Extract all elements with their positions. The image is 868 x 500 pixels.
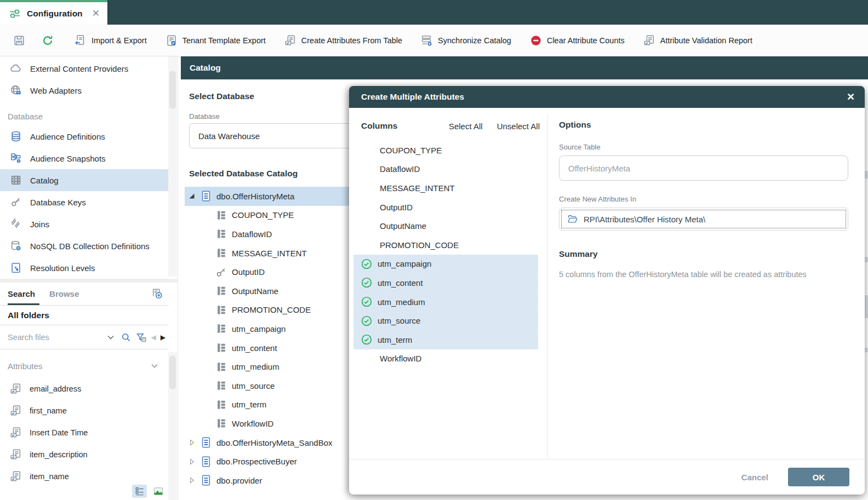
tree-node-table[interactable]: dbo.ProspectiveBuyer: [185, 452, 366, 471]
list-view-toggle[interactable]: [132, 485, 147, 498]
tree-column-row[interactable]: utm_content: [185, 338, 366, 358]
sidebar-item-joins[interactable]: Joins: [0, 213, 169, 235]
tenant-template-export-icon: [165, 35, 178, 47]
folder-open-icon: [567, 214, 578, 225]
sidebar-scrollbar-thumb[interactable]: [169, 355, 176, 389]
sidebar-item-external-content-providers[interactable]: External Content Providers: [0, 58, 169, 79]
column-option-selected[interactable]: utm_source: [353, 311, 538, 330]
attribute-icon: [10, 427, 22, 439]
tree-collapsed-icon[interactable]: [188, 458, 196, 465]
chevron-down-icon[interactable]: [105, 332, 116, 343]
column-option[interactable]: OutputID: [349, 198, 547, 217]
attribute-item-first-name[interactable]: first_name: [0, 400, 169, 422]
tree-node-table[interactable]: dbo.OfferHistoryMeta_SandBox: [185, 433, 366, 452]
tree-column-label: DataflowID: [232, 229, 272, 239]
sidebar-scrollbar-track-top[interactable]: [168, 56, 177, 277]
create-attributes-from-table-button[interactable]: Create Attributes From Table: [284, 35, 402, 47]
column-option[interactable]: OutputName: [349, 216, 547, 235]
column-option[interactable]: DataflowID: [349, 160, 547, 179]
attribute-icon: [10, 470, 22, 482]
column-option-selected[interactable]: utm_content: [353, 273, 538, 292]
sidebar: External Content Providers Web Adapters …: [0, 56, 178, 500]
save-button[interactable]: [13, 35, 25, 47]
attribute-validation-report-button[interactable]: Attribute Validation Report: [643, 35, 752, 47]
sidebar-item-audience-snapshots[interactable]: Audience Snapshots: [0, 147, 169, 169]
column-option-selected[interactable]: utm_term: [353, 330, 538, 349]
sidebar-item-label: External Content Providers: [30, 64, 128, 73]
filter-icon[interactable]: [136, 332, 147, 343]
sidebar-item-database-keys[interactable]: Database Keys: [0, 191, 169, 213]
cancel-button[interactable]: Cancel: [741, 473, 768, 482]
tree-column-row[interactable]: OutputName: [185, 281, 366, 301]
column-option-label: utm_source: [378, 316, 420, 325]
options-heading: Options: [559, 120, 848, 130]
tab-browse[interactable]: Browse: [49, 289, 79, 298]
tab-configuration[interactable]: Configuration ✕: [0, 0, 107, 25]
unselect-all-link[interactable]: Unselect All: [497, 122, 540, 131]
tree-column-label: WorkflowID: [232, 419, 273, 428]
select-all-link[interactable]: Select All: [449, 122, 483, 131]
column-option[interactable]: PROMOTION_CODE: [349, 235, 547, 255]
folder-scope-label[interactable]: All folders: [0, 306, 169, 325]
attribute-item-item-description[interactable]: item_description: [0, 444, 169, 465]
attribute-item-item-name[interactable]: item_name: [0, 465, 169, 487]
synchronize-catalog-button[interactable]: Synchronize Catalog: [421, 35, 511, 47]
sidebar-scrollbar-track-bottom[interactable]: [168, 352, 177, 500]
tree-collapsed-icon[interactable]: [188, 439, 196, 446]
tree-column-row-key[interactable]: OutputID: [185, 262, 366, 281]
sidebar-item-catalog[interactable]: Catalog: [0, 169, 169, 191]
sidebar-item-nosql-db-collection-definitions[interactable]: NoSQL DB Collection Definitions: [0, 235, 169, 257]
sidebar-item-web-adapters[interactable]: Web Adapters: [0, 79, 169, 101]
column-option-selected[interactable]: utm_campaign: [353, 255, 538, 274]
attribute-item-insert-date-time[interactable]: Insert Date Time: [0, 422, 169, 444]
nav-forward-icon[interactable]: ▶: [161, 334, 165, 341]
tree-node-table[interactable]: dbo.provider: [185, 471, 366, 490]
column-option[interactable]: WorkflowID: [349, 349, 547, 369]
search-icon[interactable]: [121, 332, 132, 343]
tab-close-icon[interactable]: ✕: [92, 9, 100, 18]
sidebar-scrollbar-thumb[interactable]: [169, 71, 176, 109]
add-file-icon[interactable]: [151, 288, 163, 300]
tree-column-row[interactable]: utm_source: [185, 376, 366, 395]
column-icon: [215, 323, 227, 335]
sidebar-item-label: Catalog: [30, 176, 59, 185]
attributes-section-header[interactable]: Attributes: [0, 354, 169, 378]
sidebar-item-label: Joins: [30, 220, 49, 229]
columns-heading: Columns: [361, 121, 397, 131]
tree-collapsed-icon[interactable]: [188, 477, 196, 484]
create-in-folder-picker[interactable]: RPI\Attributes\Offer History Meta\: [559, 208, 848, 231]
tree-expanded-icon[interactable]: [188, 193, 196, 199]
tree-column-row[interactable]: utm_medium: [185, 357, 366, 376]
tree-column-row[interactable]: utm_term: [185, 395, 366, 415]
tenant-template-export-button[interactable]: Tenant Template Export: [165, 35, 266, 47]
import-export-icon: [75, 35, 87, 47]
source-table-input[interactable]: OfferHistoryMeta: [559, 156, 848, 181]
tree-node-root-table[interactable]: dbo.OfferHistoryMeta: [185, 187, 366, 206]
sidebar-item-audience-definitions[interactable]: Audience Definitions: [0, 125, 169, 147]
tree-column-row[interactable]: PROMOTION_CODE: [185, 301, 366, 320]
attribute-item-email-address[interactable]: email_address: [0, 378, 169, 400]
check-circle-icon: [361, 315, 373, 327]
import-export-button[interactable]: Import & Export: [75, 35, 147, 47]
sidebar-item-resolution-levels[interactable]: Resolution Levels: [0, 257, 169, 279]
column-icon: [215, 209, 227, 221]
sliders-icon: [9, 8, 21, 20]
tab-search[interactable]: Search: [8, 289, 35, 298]
refresh-button[interactable]: [42, 35, 54, 47]
chevron-down-icon[interactable]: [149, 360, 160, 371]
search-input[interactable]: [8, 333, 101, 342]
tree-column-row[interactable]: utm_campaign: [185, 319, 366, 338]
tree-column-row[interactable]: MESSAGE_INTENT: [185, 244, 366, 263]
clear-attribute-counts-button[interactable]: Clear Attribute Counts: [530, 35, 625, 47]
create-in-path: RPI\Attributes\Offer History Meta\: [584, 215, 705, 224]
column-option[interactable]: MESSAGE_INTENT: [349, 179, 547, 198]
nav-back-icon[interactable]: ◀: [151, 334, 156, 341]
image-view-toggle[interactable]: [151, 485, 165, 498]
tree-column-row[interactable]: DataflowID: [185, 225, 366, 244]
column-option-selected[interactable]: utm_medium: [353, 292, 538, 312]
tree-node-label: dbo.OfferHistoryMeta: [216, 192, 294, 201]
tree-column-row[interactable]: COUPON_TYPE: [185, 206, 366, 225]
ok-button[interactable]: OK: [788, 468, 849, 486]
column-option[interactable]: COUPON_TYPE: [349, 141, 547, 160]
tree-column-row[interactable]: WorkflowID: [185, 414, 366, 433]
